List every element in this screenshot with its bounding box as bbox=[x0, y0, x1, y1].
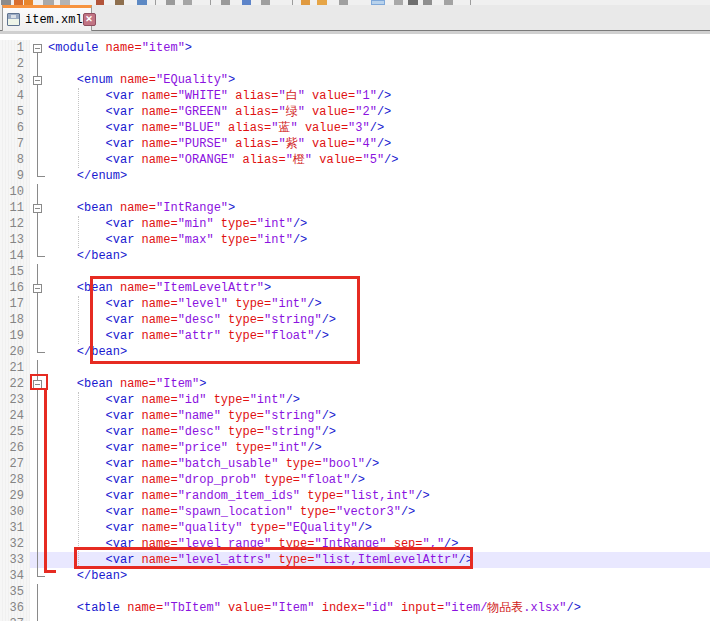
fold-margin bbox=[30, 584, 46, 600]
syntax-token: name= bbox=[142, 521, 178, 535]
fold-margin bbox=[30, 56, 46, 72]
syntax-token: name= bbox=[142, 233, 178, 247]
syntax-token: index= bbox=[322, 601, 365, 615]
code-text[interactable] bbox=[46, 184, 710, 200]
code-text[interactable]: <var name="random_item_ids" type="list,i… bbox=[46, 488, 710, 504]
syntax-token: type= bbox=[214, 393, 250, 407]
syntax-token: "1" bbox=[355, 89, 377, 103]
code-text[interactable]: <var name="level_attrs" type="list,ItemL… bbox=[46, 552, 710, 568]
code-text[interactable]: <bean name="IntRange"> bbox=[46, 200, 710, 216]
code-text[interactable]: <var name="spawn_location" type="vector3… bbox=[46, 504, 710, 520]
syntax-token: value= bbox=[319, 153, 362, 167]
code-text[interactable]: <var name="name" type="string"/> bbox=[46, 408, 710, 424]
code-text[interactable] bbox=[46, 56, 710, 72]
code-text[interactable]: </enum> bbox=[46, 168, 710, 184]
fold-margin[interactable] bbox=[30, 40, 46, 56]
syntax-token: "," bbox=[423, 537, 445, 551]
fold-margin bbox=[30, 232, 46, 248]
syntax-token: type= bbox=[278, 553, 314, 567]
syntax-token: <var bbox=[106, 521, 142, 535]
line-number: 16 bbox=[0, 280, 30, 296]
fold-margin bbox=[30, 136, 46, 152]
code-text[interactable] bbox=[46, 264, 710, 280]
code-line-18: 18<var name="desc" type="string"/> bbox=[0, 312, 710, 328]
code-line-5: 5<var name="GREEN" alias="绿" value="2"/> bbox=[0, 104, 710, 120]
code-text[interactable] bbox=[46, 360, 710, 376]
code-text[interactable]: <var name="WHITE" alias="白" value="1"/> bbox=[46, 88, 710, 104]
syntax-token: "WHITE" bbox=[178, 89, 236, 103]
fold-collapse-icon[interactable] bbox=[33, 44, 42, 53]
code-text[interactable]: <var name="GREEN" alias="绿" value="2"/> bbox=[46, 104, 710, 120]
syntax-token: <module bbox=[48, 41, 106, 55]
fold-margin bbox=[30, 120, 46, 136]
code-text[interactable]: <var name="ORANGE" alias="橙" value="5"/> bbox=[46, 152, 710, 168]
code-line-37: 37 bbox=[0, 616, 710, 621]
code-text[interactable]: <var name="PURSE" alias="紫" value="4"/> bbox=[46, 136, 710, 152]
code-text[interactable]: <table name="TbItem" value="Item" index=… bbox=[46, 600, 710, 616]
code-text[interactable]: <var name="BLUE" alias="蓝" value="3"/> bbox=[46, 120, 710, 136]
code-text[interactable]: <var name="level_range" type="IntRange" … bbox=[46, 536, 710, 552]
code-text[interactable]: <module name="item"> bbox=[46, 40, 710, 56]
syntax-token: <bean bbox=[77, 281, 120, 295]
code-text[interactable] bbox=[46, 616, 710, 621]
code-text[interactable]: <var name="id" type="int"/> bbox=[46, 392, 710, 408]
syntax-token: "level_range" bbox=[178, 537, 279, 551]
syntax-token: "random_item_ids" bbox=[178, 489, 308, 503]
code-text[interactable]: </bean> bbox=[46, 248, 710, 264]
fold-collapse-icon[interactable] bbox=[33, 284, 42, 293]
code-text[interactable]: </bean> bbox=[46, 568, 710, 584]
code-text[interactable]: <var name="min" type="int"/> bbox=[46, 216, 710, 232]
code-text[interactable]: <var name="desc" type="string"/> bbox=[46, 312, 710, 328]
tab-close-icon[interactable]: ✕ bbox=[83, 13, 96, 26]
syntax-token: " bbox=[298, 89, 312, 103]
line-number: 17 bbox=[0, 296, 30, 312]
syntax-token: "name" bbox=[178, 409, 228, 423]
syntax-token: /> bbox=[377, 89, 391, 103]
fold-margin bbox=[30, 152, 46, 168]
code-text[interactable]: <var name="attr" type="float"/> bbox=[46, 328, 710, 344]
code-editor[interactable]: 1<module name="item">23<enum name="EQual… bbox=[0, 34, 710, 621]
tab-item-xml[interactable]: item.xml ✕ bbox=[2, 5, 92, 31]
fold-margin[interactable] bbox=[30, 200, 46, 216]
syntax-token: " bbox=[290, 121, 304, 135]
code-text[interactable]: <var name="price" type="int"/> bbox=[46, 440, 710, 456]
code-text[interactable]: <bean name="Item"> bbox=[46, 376, 710, 392]
syntax-token: "BLUE" bbox=[178, 121, 228, 135]
syntax-token: "int" bbox=[250, 393, 286, 407]
fold-collapse-icon[interactable] bbox=[33, 204, 42, 213]
code-line-20: 20</bean> bbox=[0, 344, 710, 360]
code-line-24: 24<var name="name" type="string"/> bbox=[0, 408, 710, 424]
fold-collapse-icon[interactable] bbox=[33, 380, 42, 389]
syntax-token: name= bbox=[142, 217, 178, 231]
syntax-token: "Item" bbox=[156, 377, 199, 391]
code-text[interactable]: <bean name="ItemLevelAttr"> bbox=[46, 280, 710, 296]
fold-margin[interactable] bbox=[30, 280, 46, 296]
syntax-token: > bbox=[228, 73, 235, 87]
code-line-4: 4<var name="WHITE" alias="白" value="1"/> bbox=[0, 88, 710, 104]
line-number: 26 bbox=[0, 440, 30, 456]
syntax-token: "float" bbox=[300, 473, 350, 487]
code-text[interactable]: <var name="desc" type="string"/> bbox=[46, 424, 710, 440]
code-text[interactable]: <enum name="EQuality"> bbox=[46, 72, 710, 88]
code-text[interactable]: <var name="quality" type="EQuality"/> bbox=[46, 520, 710, 536]
fold-margin bbox=[30, 248, 46, 264]
code-line-19: 19<var name="attr" type="float"/> bbox=[0, 328, 710, 344]
fold-margin[interactable] bbox=[30, 376, 46, 392]
syntax-token: /> bbox=[307, 441, 321, 455]
code-text[interactable] bbox=[46, 584, 710, 600]
syntax-token: /> bbox=[358, 521, 372, 535]
code-text[interactable]: </bean> bbox=[46, 344, 710, 360]
syntax-token: name= bbox=[142, 537, 178, 551]
code-text[interactable]: <var name="batch_usable" type="bool"/> bbox=[46, 456, 710, 472]
syntax-token: <var bbox=[106, 137, 142, 151]
fold-collapse-icon[interactable] bbox=[33, 76, 42, 85]
syntax-token: "EQuality" bbox=[286, 521, 358, 535]
syntax-token: "string" bbox=[264, 409, 322, 423]
code-text[interactable]: <var name="level" type="int"/> bbox=[46, 296, 710, 312]
code-text[interactable]: <var name="drop_prob" type="float"/> bbox=[46, 472, 710, 488]
syntax-token: /> bbox=[377, 105, 391, 119]
code-text[interactable]: <var name="max" type="int"/> bbox=[46, 232, 710, 248]
fold-margin[interactable] bbox=[30, 72, 46, 88]
syntax-token: alias= bbox=[235, 89, 278, 103]
syntax-token: type= bbox=[307, 489, 343, 503]
